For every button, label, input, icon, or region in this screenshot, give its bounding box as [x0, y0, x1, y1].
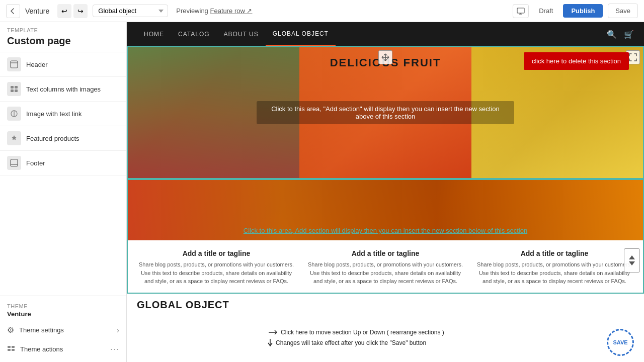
rearrange-section-button[interactable] [624, 248, 640, 273]
theme-settings-icon: ⚙ [7, 325, 14, 335]
move-down-icon [629, 261, 635, 265]
move-hint-text: Click here to move section Up or Down ( … [281, 329, 444, 336]
peppers-strip: Click to this area, Add section will dis… [128, 180, 643, 240]
svg-rect-14 [12, 346, 15, 348]
svg-rect-15 [8, 349, 11, 351]
save-circle[interactable]: SAVE [607, 329, 634, 356]
nav-global[interactable]: GLOBAL OBJECT [266, 22, 336, 46]
text-col-3-title: Add a title or tagline [474, 249, 635, 257]
sidebar-item-label-header: Header [26, 61, 48, 68]
nav-icons: 🔍 🛒 [607, 30, 634, 39]
main-layout: TEMPLATE Custom page Header Text columns… [0, 22, 644, 362]
back-button[interactable] [6, 4, 20, 18]
search-icon[interactable]: 🔍 [607, 30, 617, 39]
global-object-title: GLOBAL OBJECT [137, 299, 634, 311]
delete-section-button[interactable]: click here to delete this section [524, 52, 629, 70]
featured-products-icon [7, 131, 21, 145]
sidebar-items-list: Header Text columns with images Image wi… [0, 52, 126, 296]
sidebar-item-text-columns[interactable]: Text columns with images [0, 77, 126, 102]
object-selector[interactable]: Global object [93, 5, 168, 17]
theme-actions-label: Theme actions [20, 345, 105, 353]
move-section-handle[interactable] [378, 50, 392, 64]
text-col-1-title: Add a title or tagline [136, 249, 297, 257]
sidebar-item-label-footer: Footer [26, 159, 45, 167]
cart-icon[interactable]: 🛒 [624, 30, 634, 39]
footer-icon [7, 156, 21, 170]
sidebar-footer: THEME Venture ⚙ Theme settings › Theme a… [0, 296, 126, 362]
text-col-2-body: Share blog posts, products, or promotion… [305, 260, 466, 286]
sidebar-item-header[interactable]: Header [0, 52, 126, 77]
sidebar-item-featured-products[interactable]: Featured products [0, 126, 126, 151]
text-col-2-title: Add a title or tagline [305, 249, 466, 257]
sidebar: TEMPLATE Custom page Header Text columns… [0, 22, 127, 362]
topbar: Venture ↩ ↪ Global object Previewing Fea… [0, 0, 644, 22]
draft-label: Draft [534, 5, 558, 17]
nav-catalog[interactable]: CATALOG [171, 22, 217, 46]
sidebar-item-image-text[interactable]: Image with text link [0, 102, 126, 126]
nav-home[interactable]: HOME [137, 22, 171, 46]
add-section-hint-above[interactable]: Click to this area, "Add section" will d… [257, 101, 514, 124]
theme-actions-icon [7, 344, 15, 354]
add-section-hint-below[interactable]: Click to this area, Add section will dis… [128, 225, 643, 236]
sidebar-item-label-featured-products: Featured products [26, 135, 79, 142]
svg-rect-16 [12, 349, 15, 351]
global-object-section: GLOBAL OBJECT [127, 294, 644, 316]
move-hint-row: Click here to move section Up or Down ( … [268, 329, 604, 336]
text-col-3: Add a title or tagline Share blog posts,… [474, 249, 635, 286]
template-label: TEMPLATE [0, 22, 126, 34]
text-columns-icon [7, 82, 21, 96]
sidebar-item-footer[interactable]: Footer [0, 151, 126, 175]
theme-settings-chevron: › [117, 326, 119, 335]
svg-rect-0 [517, 8, 524, 13]
save-hint-row: Changes will take effect after you click… [268, 339, 604, 347]
text-col-2: Add a title or tagline Share blog posts,… [305, 249, 466, 286]
undo-redo: ↩ ↪ [57, 4, 88, 18]
svg-rect-13 [8, 346, 11, 348]
template-name: Custom page [0, 34, 126, 52]
theme-actions-dots[interactable]: ··· [110, 344, 119, 354]
sidebar-item-label-text-columns: Text columns with images [26, 85, 101, 93]
undo-button[interactable]: ↩ [57, 4, 71, 18]
store-name: Venture [25, 7, 49, 15]
previewing-label: Previewing Feature row ↗ [176, 7, 252, 15]
annotation-area: Click here to move section Up or Down ( … [268, 329, 604, 347]
publish-button[interactable]: Publish [563, 4, 603, 18]
sidebar-item-label-image-text: Image with text link [26, 110, 82, 118]
theme-label: THEME [0, 299, 126, 310]
svg-rect-6 [15, 86, 18, 88]
save-hint-text: Changes will take effect after you click… [276, 339, 426, 346]
text-col-3-body: Share blog posts, products, or promotion… [474, 260, 635, 286]
theme-settings-item[interactable]: ⚙ Theme settings › [0, 321, 126, 339]
svg-rect-5 [11, 86, 14, 88]
theme-name: Venture [0, 310, 126, 321]
theme-settings-label: Theme settings [19, 326, 112, 334]
save-button[interactable]: Save [608, 4, 638, 18]
svg-rect-7 [11, 89, 14, 92]
svg-rect-3 [11, 61, 18, 68]
move-up-icon [629, 255, 635, 259]
svg-rect-8 [15, 89, 18, 92]
text-columns-row: Add a title or tagline Share blog posts,… [128, 240, 643, 293]
text-col-1-body: Share blog posts, products, or promotion… [136, 260, 297, 286]
nav-about[interactable]: ABOUT US [217, 22, 266, 46]
preview-area: HOME CATALOG ABOUT US GLOBAL OBJECT 🔍 🛒 … [127, 22, 644, 362]
device-toggle[interactable] [513, 4, 529, 18]
header-icon [7, 57, 21, 71]
previewing-link[interactable]: Feature row ↗ [210, 7, 252, 15]
preview-inner: HOME CATALOG ABOUT US GLOBAL OBJECT 🔍 🛒 … [127, 22, 644, 362]
text-col-1: Add a title or tagline Share blog posts,… [136, 249, 297, 286]
text-columns-section[interactable]: Click to this area, Add section will dis… [127, 179, 644, 294]
theme-actions-item[interactable]: Theme actions ··· [0, 339, 126, 359]
svg-rect-11 [11, 159, 18, 166]
store-nav: HOME CATALOG ABOUT US GLOBAL OBJECT 🔍 🛒 … [127, 22, 644, 46]
image-text-icon [7, 107, 21, 121]
redo-button[interactable]: ↪ [73, 4, 88, 18]
